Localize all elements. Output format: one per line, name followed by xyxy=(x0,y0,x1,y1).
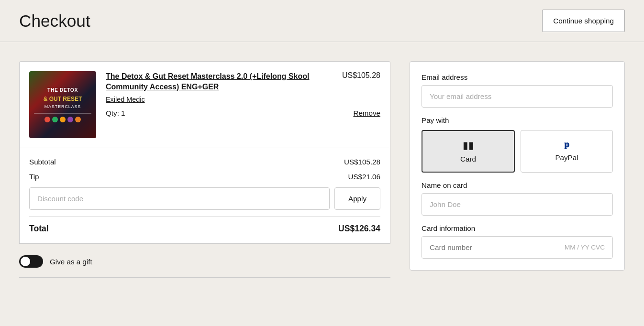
name-on-card-input[interactable] xyxy=(422,193,613,216)
page-title: Checkout xyxy=(19,11,90,31)
cart-item: THE DETOX & GUT RESET MASTERCLASS The De… xyxy=(19,61,390,148)
total-value: US$126.34 xyxy=(338,224,380,234)
payment-card: Email address Pay with ▮▮ Card 𝐩 PayPal … xyxy=(410,61,625,271)
product-image-main: & GUT RESET xyxy=(44,96,82,102)
total-row: Total US$126.34 xyxy=(29,224,380,234)
paypal-icon: 𝐩 xyxy=(564,139,569,150)
apply-button[interactable]: Apply xyxy=(334,187,380,210)
qty-label: Qty: xyxy=(106,109,119,117)
card-number-input[interactable] xyxy=(422,237,557,258)
toggle-knob xyxy=(21,257,30,266)
name-on-card-label: Name on card xyxy=(422,181,613,189)
product-seller[interactable]: Exiled Medic xyxy=(106,96,380,103)
remove-button[interactable]: Remove xyxy=(353,109,380,117)
paypal-payment-option[interactable]: 𝐩 PayPal xyxy=(521,130,613,173)
card-payment-option[interactable]: ▮▮ Card xyxy=(422,130,515,173)
gift-label: Give as a gift xyxy=(50,258,92,266)
payment-options: ▮▮ Card 𝐩 PayPal xyxy=(422,130,613,173)
card-option-label: Card xyxy=(460,155,476,163)
card-icon: ▮▮ xyxy=(463,140,474,151)
summary-box: Subtotal US$105.28 Tip US$21.06 Apply To… xyxy=(19,148,390,244)
product-qty-row: Qty: 1 Remove xyxy=(106,109,380,117)
right-panel: Email address Pay with ▮▮ Card 𝐩 PayPal … xyxy=(410,61,625,278)
divider xyxy=(29,217,380,217)
pay-with-label: Pay with xyxy=(422,116,613,124)
email-label: Email address xyxy=(422,73,613,81)
main-content: THE DETOX & GUT RESET MASTERCLASS The De… xyxy=(0,42,644,297)
product-qty: Qty: 1 xyxy=(106,109,125,117)
product-details: The Detox & Gut Reset Masterclass 2.0 (+… xyxy=(106,71,380,117)
product-price: US$105.28 xyxy=(333,71,380,80)
email-input[interactable] xyxy=(422,85,613,108)
qty-value: 1 xyxy=(121,109,125,117)
paypal-option-label: PayPal xyxy=(555,153,578,162)
tip-row: Tip US$21.06 xyxy=(29,173,380,181)
product-image-sub: MASTERCLASS xyxy=(44,104,81,109)
tip-label: Tip xyxy=(29,173,39,181)
gift-toggle[interactable] xyxy=(19,255,43,268)
continue-shopping-button[interactable]: Continue shopping xyxy=(542,10,625,32)
card-info-row: MM / YY CVC xyxy=(422,236,613,259)
product-image: THE DETOX & GUT RESET MASTERCLASS xyxy=(29,71,96,138)
card-expiry-cvc: MM / YY CVC xyxy=(557,237,612,258)
total-label: Total xyxy=(29,224,49,234)
product-image-text-top: THE DETOX xyxy=(47,87,78,94)
header: Checkout Continue shopping xyxy=(0,0,644,42)
subtotal-row: Subtotal US$105.28 xyxy=(29,158,380,166)
product-name: The Detox & Gut Reset Masterclass 2.0 (+… xyxy=(106,71,333,93)
discount-row: Apply xyxy=(29,187,380,210)
gift-row: Give as a gift xyxy=(19,255,390,278)
subtotal-value: US$105.28 xyxy=(344,158,380,166)
price-name-row: The Detox & Gut Reset Masterclass 2.0 (+… xyxy=(106,71,380,96)
card-info-label: Card information xyxy=(422,224,613,232)
left-panel: THE DETOX & GUT RESET MASTERCLASS The De… xyxy=(19,61,390,278)
tip-value: US$21.06 xyxy=(348,173,380,181)
discount-input[interactable] xyxy=(29,187,330,210)
subtotal-label: Subtotal xyxy=(29,158,56,166)
